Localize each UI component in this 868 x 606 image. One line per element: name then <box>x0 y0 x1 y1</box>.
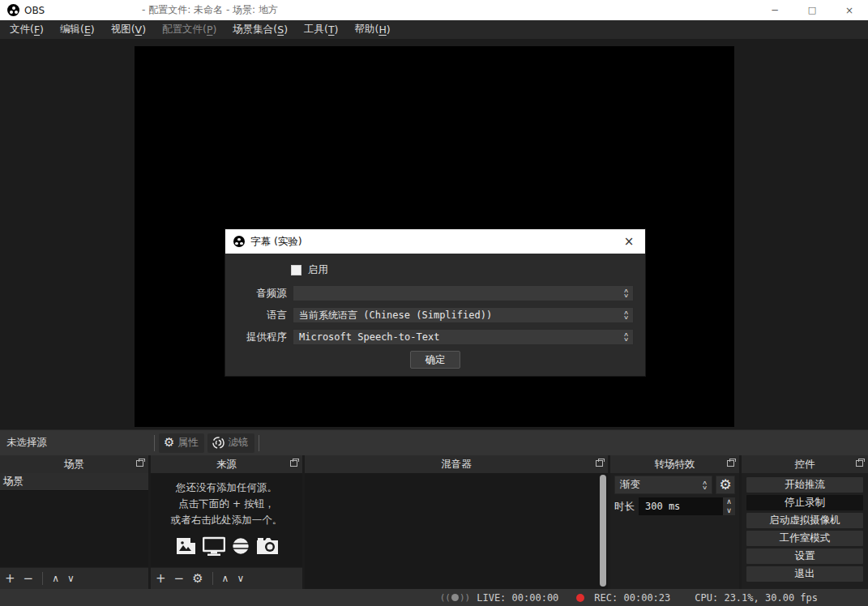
add-source-icon[interactable]: + <box>156 573 166 585</box>
studio-mode-button[interactable]: 工作室模式 <box>746 531 863 546</box>
transitions-dock-header[interactable]: 转场特效 <box>610 455 739 473</box>
filter-icon <box>212 437 224 449</box>
mixer-dock-header[interactable]: 混音器 <box>305 455 608 473</box>
scenes-list: 场景 <box>0 473 148 567</box>
dock-float-icon[interactable] <box>727 460 734 467</box>
app-name: OBS <box>24 5 45 16</box>
remove-scene-icon[interactable]: − <box>24 573 34 585</box>
menubar: 文件(F) 编辑(E) 视图(V) 配置文件(P) 场景集合(S) 工具(T) … <box>0 20 868 39</box>
controls-content: 开始推流 停止录制 启动虚拟摄像机 工作室模式 设置 退出 <box>742 473 868 589</box>
obs-logo-icon <box>233 236 245 247</box>
toolbar-separator <box>259 435 259 451</box>
duration-label: 时长 <box>614 500 635 514</box>
language-label: 语言 <box>237 309 287 322</box>
enable-checkbox[interactable] <box>291 265 301 275</box>
source-status-text: 未选择源 <box>0 436 47 450</box>
spin-up-icon[interactable]: ∧ <box>723 497 735 506</box>
statusbar: (()) LIVE: 00:00:00 REC: 00:00:23 CPU: 2… <box>0 589 868 606</box>
menu-view[interactable]: 视图(V) <box>103 20 154 39</box>
window-controls: ─ □ × <box>756 0 868 20</box>
scenes-footer-toolbar: + − ∧ ∨ <box>0 567 148 589</box>
stop-recording-button[interactable]: 停止录制 <box>746 495 863 510</box>
docks-row: 场景 场景 + − ∧ ∨ 来源 您还没有添加任何源。 <box>0 455 868 589</box>
sources-dock: 来源 您还没有添加任何源。 点击下面的 + 按钮， 或者右击此处添加一个。 <box>151 455 302 589</box>
menu-edit[interactable]: 编辑(E) <box>52 20 103 39</box>
spin-down-icon[interactable]: ∨ <box>723 506 735 515</box>
controls-dock: 控件 开始推流 停止录制 启动虚拟摄像机 工作室模式 设置 退出 <box>742 455 868 589</box>
broadcast-icon: (()) <box>440 592 471 603</box>
add-scene-icon[interactable]: + <box>5 573 15 585</box>
gear-icon: ⚙ <box>164 437 174 449</box>
move-source-up-icon[interactable]: ∧ <box>222 574 229 583</box>
dialog-body: 启用 音频源 ∧∨ 语言 当前系统语言 (Chinese (Simplified… <box>225 254 645 382</box>
sources-dock-header[interactable]: 来源 <box>151 455 302 473</box>
start-virtual-camera-button[interactable]: 启动虚拟摄像机 <box>746 513 863 528</box>
sources-footer-toolbar: + − ⚙ ∧ ∨ <box>151 567 302 589</box>
ok-button[interactable]: 确定 <box>410 351 460 369</box>
enable-label: 启用 <box>308 263 328 277</box>
source-properties-icon[interactable]: ⚙ <box>192 573 203 585</box>
dock-float-icon[interactable] <box>290 460 297 467</box>
dialog-titlebar: 字幕 (实验) × <box>225 229 645 254</box>
move-source-down-icon[interactable]: ∨ <box>237 574 244 583</box>
transitions-dock: 转场特效 渐变 ∧∨ ⚙ 时长 <box>610 455 739 589</box>
exit-button[interactable]: 退出 <box>746 566 863 582</box>
chevron-updown-icon: ∧∨ <box>620 332 633 342</box>
browser-source-icon <box>231 536 250 556</box>
spinner-arrows: ∧ ∨ <box>723 497 735 515</box>
obs-logo-icon <box>7 4 19 16</box>
menu-scene-collection[interactable]: 场景集合(S) <box>224 20 296 39</box>
remove-source-icon[interactable]: − <box>174 573 185 585</box>
menu-profile[interactable]: 配置文件(P) <box>154 20 224 39</box>
dialog-title: 字幕 (实验) <box>250 235 302 249</box>
cpu-fps-stats: CPU: 23.1%, 30.00 fps <box>695 592 818 604</box>
menu-file[interactable]: 文件(F) <box>2 20 52 39</box>
provider-label: 提供程序 <box>237 331 287 344</box>
maximize-icon[interactable]: □ <box>793 0 831 20</box>
transitions-content: 渐变 ∧∨ ⚙ 时长 300 ms ∧ ∨ <box>610 473 739 589</box>
scenes-dock-header[interactable]: 场景 <box>0 455 148 473</box>
controls-dock-header[interactable]: 控件 <box>742 455 868 473</box>
gear-icon: ⚙ <box>719 478 731 492</box>
captions-dialog: 字幕 (实验) × 启用 音频源 ∧∨ 语言 当前系统语言 (Chi <box>224 228 646 377</box>
dock-float-icon[interactable] <box>856 460 863 467</box>
rec-time: REC: 00:00:23 <box>594 592 670 604</box>
menu-help[interactable]: 帮助(H) <box>346 20 398 39</box>
dialog-close-icon[interactable]: × <box>613 229 645 254</box>
image-source-icon <box>175 536 197 556</box>
display-source-icon <box>203 536 225 556</box>
sources-empty-hint: 您还没有添加任何源。 点击下面的 + 按钮， 或者右击此处添加一个。 <box>151 480 302 528</box>
close-icon[interactable]: × <box>831 0 868 20</box>
minimize-icon[interactable]: ─ <box>756 0 793 20</box>
move-scene-down-icon[interactable]: ∨ <box>67 574 75 583</box>
chevron-updown-icon: ∧∨ <box>620 310 633 320</box>
dock-float-icon[interactable] <box>136 460 143 467</box>
mixer-scrollbar[interactable] <box>600 475 606 587</box>
provider-select[interactable]: Microsoft Speech-to-Text ∧∨ <box>293 329 634 345</box>
properties-button[interactable]: ⚙ 属性 <box>159 433 204 453</box>
audio-source-select[interactable]: ∧∨ <box>293 285 634 301</box>
audio-source-label: 音频源 <box>237 287 287 301</box>
menu-tools[interactable]: 工具(T) <box>296 20 346 39</box>
settings-button[interactable]: 设置 <box>746 548 863 564</box>
language-select[interactable]: 当前系统语言 (Chinese (Simplified)) ∧∨ <box>293 307 634 323</box>
source-toolbar: 未选择源 ⚙ 属性 滤镜 <box>0 429 868 455</box>
scenes-dock: 场景 场景 + − ∧ ∨ <box>0 455 148 589</box>
transition-settings-button[interactable]: ⚙ <box>716 476 735 494</box>
move-scene-up-icon[interactable]: ∧ <box>52 574 59 583</box>
live-time: LIVE: 00:00:00 <box>477 592 558 604</box>
filters-button[interactable]: 滤镜 <box>207 433 254 453</box>
window-title: - 配置文件: 未命名 - 场景: 地方 <box>142 3 278 17</box>
source-type-icons <box>151 536 302 556</box>
start-streaming-button[interactable]: 开始推流 <box>746 477 863 493</box>
camera-source-icon <box>256 536 279 556</box>
audio-mixer-dock: 混音器 <box>305 455 608 589</box>
dock-float-icon[interactable] <box>596 460 603 467</box>
mixer-content <box>305 473 608 589</box>
toolbar-separator <box>154 435 155 451</box>
titlebar: OBS - 配置文件: 未命名 - 场景: 地方 ─ □ × <box>0 0 868 20</box>
duration-spinner[interactable]: 300 ms ∧ ∨ <box>639 497 735 515</box>
transition-select[interactable]: 渐变 ∧∨ <box>614 476 712 494</box>
scene-list-item[interactable]: 场景 <box>0 473 148 491</box>
sources-empty-area[interactable]: 您还没有添加任何源。 点击下面的 + 按钮， 或者右击此处添加一个。 <box>151 473 302 567</box>
